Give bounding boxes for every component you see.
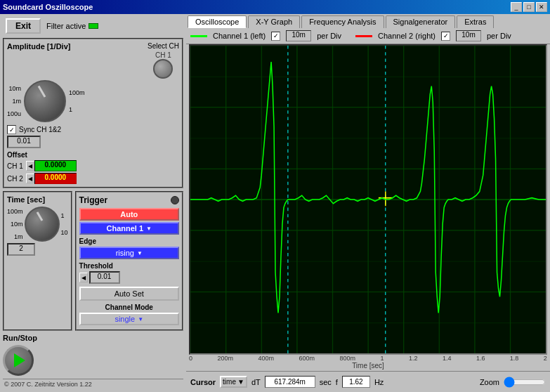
tab-extras[interactable]: Extras xyxy=(457,15,494,28)
dt-unit: sec xyxy=(320,378,332,386)
xaxis-tick-200m: 200m xyxy=(217,355,233,362)
offset-label: Offset xyxy=(7,151,179,159)
trigger-led xyxy=(171,196,179,204)
time-knob[interactable] xyxy=(25,207,60,242)
xaxis-tick-1.4: 1.4 xyxy=(443,355,452,362)
time-label-1: 1 xyxy=(61,212,68,219)
minimize-button[interactable]: _ xyxy=(511,2,522,12)
ch1-checkbox[interactable]: ✓ xyxy=(271,32,280,41)
xaxis-label: Time [sec] xyxy=(352,362,384,370)
copyright-text: © 2007 C. Zeitnitz Version 1.22 xyxy=(3,379,183,389)
play-icon xyxy=(14,353,25,367)
xaxis-tick-1: 1 xyxy=(380,355,384,362)
offset-ch2-label: CH 2 xyxy=(7,175,23,183)
exit-button[interactable]: Exit xyxy=(6,18,41,34)
maximize-button[interactable]: □ xyxy=(523,2,535,12)
offset-ch2-down[interactable]: ◀ xyxy=(26,174,34,183)
time-label-100m: 100m xyxy=(7,208,23,215)
cursor-dropdown-icon: ▼ xyxy=(237,378,244,386)
trigger-channel-dropdown-icon: ▼ xyxy=(146,226,152,232)
ch2-per-div-unit: per Div xyxy=(487,32,511,40)
offset-ch1-down[interactable]: ◀ xyxy=(26,161,34,171)
f-value: 1.62 xyxy=(342,376,370,388)
f-unit: Hz xyxy=(374,378,384,386)
dt-value: 617.284m xyxy=(265,376,315,388)
amp-label-1m: 1m xyxy=(13,98,22,105)
select-ch-label: Select CH xyxy=(148,42,179,50)
run-stop-label: Run/Stop xyxy=(3,334,37,342)
filter-active-led xyxy=(89,23,98,29)
offset-ch1-label: CH 1 xyxy=(7,162,23,170)
ch2-checkbox[interactable]: ✓ xyxy=(441,32,450,41)
amp-label-10m: 10m xyxy=(9,85,22,92)
xaxis-tick-600m: 600m xyxy=(299,355,315,362)
tab-frequency-analysis[interactable]: Frequency Analysis xyxy=(301,15,384,28)
zoom-slider[interactable] xyxy=(504,377,546,388)
time-label-1m: 1m xyxy=(14,233,23,240)
time-input[interactable]: 2 xyxy=(7,243,35,256)
edge-label: Edge xyxy=(79,237,179,245)
amp-label-100m: 100m xyxy=(69,89,85,96)
amp-label-1: 1 xyxy=(69,106,85,113)
zoom-label: Zoom xyxy=(480,378,499,386)
ch1-line xyxy=(190,35,207,37)
xaxis-tick-1.2: 1.2 xyxy=(409,355,418,362)
amplitude-knob[interactable] xyxy=(24,80,66,122)
cursor-type-select[interactable]: time ▼ xyxy=(220,376,247,388)
xaxis-tick-400m: 400m xyxy=(258,355,274,362)
auto-set-button[interactable]: Auto Set xyxy=(79,287,179,301)
amplitude-label: Amplitude [1/Div] xyxy=(7,42,70,76)
xaxis-tick-0: 0 xyxy=(189,355,192,362)
threshold-label: Threshold xyxy=(79,262,179,270)
ch2-per-div-input[interactable]: 10m xyxy=(456,30,481,41)
xaxis-tick-800m: 800m xyxy=(339,355,355,362)
ch2-line xyxy=(355,35,372,37)
xaxis-tick-2: 2 xyxy=(544,355,547,362)
channel-mode-label: Channel Mode xyxy=(79,303,179,311)
scope-display xyxy=(189,44,547,355)
xaxis-tick-1.8: 1.8 xyxy=(510,355,519,362)
trigger-auto-button[interactable]: Auto xyxy=(79,208,179,221)
run-stop-button[interactable] xyxy=(3,345,34,376)
channel-mode-dropdown-icon: ▼ xyxy=(138,316,143,322)
threshold-down[interactable]: ◀ xyxy=(79,273,88,282)
close-button[interactable]: ✕ xyxy=(536,2,547,12)
tab-bar: Oscilloscope X-Y Graph Frequency Analysi… xyxy=(186,14,550,28)
xaxis-tick-1.6: 1.6 xyxy=(476,355,485,362)
filter-active-label: Filter active xyxy=(46,22,86,30)
ch1-bar-label: Channel 1 (left) xyxy=(213,32,266,40)
amplitude-input[interactable]: 0.01 xyxy=(7,136,41,148)
time-label-10: 10 xyxy=(61,229,68,236)
dt-label: dT xyxy=(251,378,261,386)
offset-ch2-input[interactable]: 0.0000 xyxy=(34,173,77,184)
amp-label-100u: 100u xyxy=(7,110,21,117)
threshold-input[interactable]: 0.01 xyxy=(89,271,120,284)
sync-label: Sync CH 1&2 xyxy=(19,126,61,133)
tab-xy-graph[interactable]: X-Y Graph xyxy=(248,15,300,28)
edge-button[interactable]: rising ▼ xyxy=(79,247,179,259)
f-label: f xyxy=(336,378,338,386)
ch1-per-div-unit: per Div xyxy=(317,32,341,40)
bottom-bar: Cursor time ▼ dT 617.284m sec f 1.62 Hz … xyxy=(186,371,550,392)
ch2-bar-label: Channel 2 (right) xyxy=(378,32,436,40)
channel-mode-button[interactable]: single ▼ xyxy=(79,313,179,325)
cursor-label: Cursor xyxy=(190,378,216,386)
trigger-channel-button[interactable]: Channel 1 ▼ xyxy=(79,222,179,235)
sync-checkbox[interactable]: ✓ xyxy=(7,125,16,134)
ch1-select-knob[interactable] xyxy=(153,59,173,79)
tab-signalgenerator[interactable]: Signalgenerator xyxy=(386,15,456,28)
tab-oscilloscope[interactable]: Oscilloscope xyxy=(188,15,247,28)
channel-bar: Channel 1 (left) ✓ 10m per Div Channel 2… xyxy=(186,28,550,44)
offset-ch1-input[interactable]: 0.0000 xyxy=(34,160,77,171)
trigger-label: Trigger xyxy=(79,195,108,205)
time-label-10m: 10m xyxy=(11,221,23,228)
ch1-per-div-input[interactable]: 10m xyxy=(286,30,311,41)
edge-dropdown-icon: ▼ xyxy=(137,250,143,256)
time-label: Time [sec] xyxy=(7,195,68,204)
ch1-select-label: CH 1 xyxy=(155,51,171,59)
window-title: Soundcard Oszilloscope xyxy=(3,3,93,11)
